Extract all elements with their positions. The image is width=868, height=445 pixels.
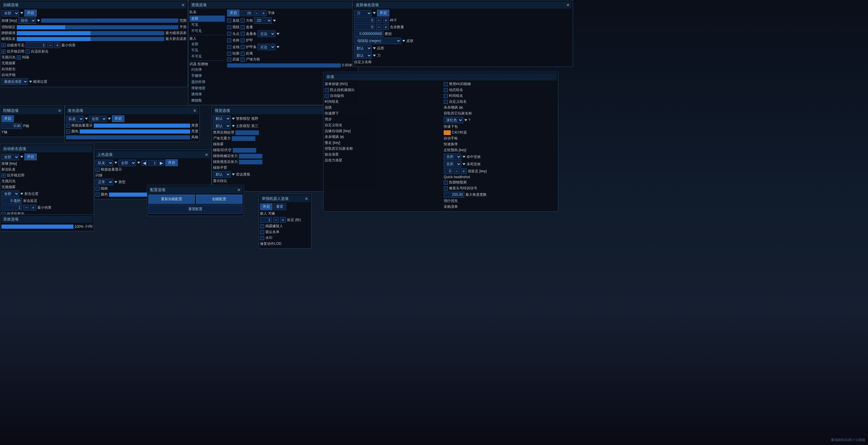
- custom-group-check2[interactable]: [444, 100, 448, 104]
- spring-mine[interactable]: 弹射地雷: [189, 85, 225, 91]
- throw-predict-check[interactable]: [444, 180, 448, 185]
- head-check[interactable]: [227, 32, 231, 36]
- vis-model2-icon[interactable]: [232, 125, 235, 127]
- thickness-slider[interactable]: [94, 124, 190, 128]
- quality-select[interactable]: 默认: [354, 45, 372, 52]
- reset-config-btn[interactable]: 重置配置: [148, 205, 242, 214]
- report-delay-minus[interactable]: −: [273, 217, 279, 223]
- seed-minus[interactable]: −: [376, 17, 382, 23]
- fake-lag-plus[interactable]: +: [461, 168, 467, 174]
- radar-icon[interactable]: [232, 173, 235, 175]
- decoy-nade[interactable]: 诱饵弹: [189, 91, 225, 98]
- tint-wire-check[interactable]: [95, 187, 100, 191]
- skin-close[interactable]: ✕: [566, 3, 570, 7]
- key-mode-icon[interactable]: [37, 20, 40, 22]
- turret-close[interactable]: ✕: [58, 108, 61, 113]
- watermark-check[interactable]: [260, 236, 264, 240]
- tint-target-select[interactable]: 队友: [95, 160, 113, 166]
- tint-next[interactable]: ▶: [158, 160, 164, 166]
- frame-check[interactable]: [241, 19, 245, 23]
- tint-val-input[interactable]: [148, 160, 157, 166]
- quality-icon[interactable]: [373, 47, 376, 49]
- max-shoot-slider[interactable]: [17, 37, 164, 41]
- create-config-btn[interactable]: 创建配置: [196, 195, 242, 204]
- seed-input[interactable]: [354, 17, 375, 23]
- weapon-check[interactable]: [227, 58, 231, 62]
- armor-check[interactable]: [241, 38, 245, 42]
- tint-type-select[interactable]: 全部: [118, 160, 136, 166]
- turret-paxis-input[interactable]: [1, 123, 22, 129]
- wh-enemy-visible[interactable]: 可见: [189, 47, 225, 54]
- anti-kick-check[interactable]: [325, 88, 329, 92]
- visible-only-check[interactable]: [1, 43, 6, 47]
- max-angle-input[interactable]: [444, 192, 464, 198]
- as-target-select[interactable]: 全部: [1, 154, 19, 160]
- reload-config-btn[interactable]: 重新加载配置: [148, 195, 195, 204]
- knife-icon[interactable]: [373, 55, 376, 57]
- glow-color-check[interactable]: [66, 130, 70, 134]
- fix-headshot-check[interactable]: [444, 186, 448, 191]
- glow-close[interactable]: ✕: [193, 108, 196, 113]
- as-mindmg-input[interactable]: [1, 205, 22, 210]
- style-slider[interactable]: [66, 135, 190, 139]
- healthbar-side-icon[interactable]: [277, 33, 279, 35]
- armorbar-side-icon[interactable]: [277, 46, 279, 48]
- nearest-icon[interactable]: [29, 81, 32, 83]
- as-delay-input[interactable]: [1, 198, 22, 204]
- kill-input[interactable]: [354, 24, 375, 30]
- glow-open-btn[interactable]: 开启: [112, 115, 124, 122]
- float-input[interactable]: [354, 31, 383, 37]
- tint-target-icon[interactable]: [114, 162, 117, 164]
- tint-close[interactable]: ✕: [205, 152, 208, 157]
- sound-close-icon[interactable]: [463, 156, 465, 158]
- config-close[interactable]: ✕: [237, 187, 241, 192]
- as-pos-select[interactable]: 全部: [1, 191, 19, 197]
- glow-target-icon[interactable]: [85, 118, 88, 120]
- sound-close-select[interactable]: 关闭: [444, 153, 461, 160]
- wh-font-size[interactable]: [241, 10, 252, 16]
- range-slider[interactable]: [41, 19, 178, 23]
- report-delay-plus[interactable]: +: [280, 217, 286, 223]
- glow-type-icon[interactable]: [108, 118, 111, 120]
- tint-open-btn[interactable]: 开启: [165, 160, 178, 166]
- disable-hud-check[interactable]: [444, 82, 448, 86]
- skin-item-select[interactable]: 刀: [354, 10, 372, 16]
- adaptive-shoot-check[interactable]: [26, 49, 30, 54]
- death-sound-select[interactable]: 关闭: [444, 161, 461, 167]
- frame-type-select[interactable]: 2D: [254, 17, 272, 24]
- report-reset-btn[interactable]: 重置: [274, 203, 286, 210]
- wh-open-btn[interactable]: 开启: [227, 10, 240, 16]
- armorbar-side[interactable]: 左边: [258, 44, 275, 50]
- kill-minus[interactable]: −: [376, 24, 382, 30]
- knife-select[interactable]: 默认: [354, 52, 372, 59]
- min-dmg-plus[interactable]: +: [54, 42, 60, 48]
- time-group-check2[interactable]: [444, 94, 448, 98]
- as-target-icon[interactable]: [20, 156, 23, 158]
- wh-font-minus[interactable]: −: [254, 10, 259, 16]
- skin-open-btn[interactable]: 开启: [377, 10, 389, 16]
- tint-color-check[interactable]: [95, 193, 100, 197]
- money-check[interactable]: [227, 45, 231, 49]
- key-mode-select[interactable]: 按住: [18, 17, 36, 24]
- as-mindmg-minus[interactable]: −: [23, 205, 29, 210]
- glow-type-select[interactable]: 全部: [89, 116, 107, 122]
- report-open-btn[interactable]: 开启: [260, 203, 272, 210]
- frame-type-icon[interactable]: [273, 20, 276, 22]
- seed-plus[interactable]: +: [383, 17, 389, 23]
- dist-slider[interactable]: [227, 63, 341, 68]
- max-aim-slider[interactable]: [17, 31, 164, 35]
- min-dmg-minus[interactable]: −: [47, 42, 53, 48]
- min-dmg-input[interactable]: [26, 42, 46, 48]
- health-check[interactable]: [241, 25, 245, 29]
- tint-type-icon[interactable]: [137, 162, 140, 164]
- wh-enemy-invisible[interactable]: 不可见: [189, 54, 225, 60]
- radar-select[interactable]: 默认: [213, 171, 231, 178]
- report-close[interactable]: ✕: [305, 196, 308, 201]
- los-check[interactable]: [227, 25, 231, 29]
- skin-name-select[interactable]: ·哒哒哒·(negev): [354, 38, 401, 44]
- wh-font-plus[interactable]: +: [260, 10, 267, 16]
- aimbot-close[interactable]: ✕: [181, 3, 185, 7]
- tint-prev[interactable]: ◀: [141, 160, 147, 166]
- kill-plus[interactable]: +: [383, 24, 389, 30]
- outline-check[interactable]: [227, 52, 231, 56]
